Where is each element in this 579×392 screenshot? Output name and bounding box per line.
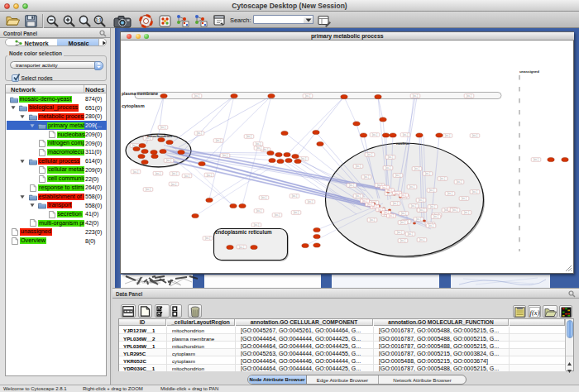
svg-text:[xx..]: [xx..] [156,172,160,175]
svg-text:[xx..]: [xx..] [239,245,244,248]
svg-text:[xx..]: [xx..] [429,189,434,192]
svg-text:[xx..]: [xx..] [393,202,398,205]
svg-text:[xx..]: [xx..] [472,190,477,194]
svg-text:[xx..]: [xx..] [414,167,419,170]
svg-text:[xx..]: [xx..] [389,214,394,218]
svg-text:[xx..]: [xx..] [133,170,138,173]
svg-text:[xx..]: [xx..] [275,213,280,217]
svg-text:[xx..]: [xx..] [246,135,251,138]
svg-text:[xx..]: [xx..] [534,158,538,161]
svg-text:[xx..]: [xx..] [261,196,266,199]
svg-text:[xx..]: [xx..] [400,239,405,242]
svg-text:[xx..]: [xx..] [256,146,261,150]
svg-text:[xx..]: [xx..] [411,204,416,208]
svg-text:[xx..]: [xx..] [305,94,310,98]
svg-text:[xx..]: [xx..] [425,172,430,175]
svg-text:[xx..]: [xx..] [216,139,221,142]
svg-text:[xx..]: [xx..] [356,165,361,168]
svg-text:endoplasmic reticulum: endoplasmic reticulum [215,229,272,236]
svg-text:[xx..]: [xx..] [364,175,369,179]
svg-text:[xx..]: [xx..] [467,94,471,98]
svg-text:[xx..]: [xx..] [445,134,450,137]
svg-text:[xx..]: [xx..] [223,154,227,157]
svg-text:mitochondrion: mitochondrion [147,134,172,138]
svg-text:[xx..]: [xx..] [419,198,423,202]
svg-text:[xx..]: [xx..] [370,218,375,222]
svg-text:[xx..]: [xx..] [292,194,297,198]
svg-text:[xx..]: [xx..] [395,174,400,177]
svg-text:[xx..]: [xx..] [294,211,299,214]
svg-text:[xx..]: [xx..] [171,182,176,185]
svg-text:[xx..]: [xx..] [160,126,165,129]
svg-text:nucleus: nucleus [396,141,410,146]
svg-text:cytoplasm: cytoplasm [122,103,145,108]
svg-text:[xx..]: [xx..] [308,200,313,203]
svg-text:[xx..]: [xx..] [372,133,377,136]
svg-text:[xx..]: [xx..] [440,177,445,180]
svg-text:[xx..]: [xx..] [146,188,151,191]
svg-text:unassigned: unassigned [519,69,539,74]
svg-text:[xx..]: [xx..] [256,209,261,213]
svg-text:[xx..]: [xx..] [419,238,424,241]
svg-text:[xx..]: [xx..] [172,172,177,175]
svg-text:[xx..]: [xx..] [428,224,433,227]
svg-text:[xx..]: [xx..] [457,180,462,184]
svg-text:[xx..]: [xx..] [416,218,421,221]
svg-text:[xx..]: [xx..] [452,208,457,212]
svg-text:[xx..]: [xx..] [430,205,435,208]
svg-text:[xx..]: [xx..] [395,191,400,194]
svg-text:[xx..]: [xx..] [401,212,406,215]
svg-text:[xx..]: [xx..] [462,197,467,200]
svg-text:[xx..]: [xx..] [464,211,469,214]
svg-text:[xx..]: [xx..] [401,194,406,197]
svg-text:f(x): f(x) [530,308,540,317]
svg-text:[xx..]: [xx..] [433,215,438,218]
svg-text:[xx..]: [xx..] [447,192,452,195]
svg-text:[xx..]: [xx..] [166,159,171,162]
svg-text:[xx..]: [xx..] [356,194,361,198]
svg-text:[xx..]: [xx..] [197,131,202,135]
svg-text:[xx..]: [xx..] [349,184,354,187]
svg-text:plasma membrane: plasma membrane [122,90,158,95]
svg-text:[xx..]: [xx..] [367,153,372,156]
svg-text:[xx..]: [xx..] [254,223,259,227]
svg-text:[xx..]: [xx..] [413,94,418,98]
svg-text:[xx..]: [xx..] [367,203,372,206]
svg-text:[xx..]: [xx..] [385,166,390,170]
svg-text:[xx..]: [xx..] [207,173,212,176]
svg-text:[xx..]: [xx..] [419,208,424,212]
svg-text:[xx..]: [xx..] [397,231,402,234]
svg-text:[xx..]: [xx..] [403,133,408,136]
svg-text:[xx..]: [xx..] [184,174,189,177]
svg-text:[xx..]: [xx..] [362,199,367,203]
svg-text:[xx..]: [xx..] [194,94,199,98]
svg-text:[xx..]: [xx..] [301,157,306,160]
svg-text:[xx..]: [xx..] [388,155,393,159]
svg-text:[xx..]: [xx..] [400,221,405,224]
svg-text:[xx..]: [xx..] [256,142,261,146]
svg-text:[xx..]: [xx..] [409,185,414,189]
svg-text:[xx..]: [xx..] [472,134,477,137]
svg-text:[xx..]: [xx..] [408,232,413,236]
svg-text:[xx..]: [xx..] [205,237,210,240]
svg-text:[xx..]: [xx..] [382,185,387,189]
